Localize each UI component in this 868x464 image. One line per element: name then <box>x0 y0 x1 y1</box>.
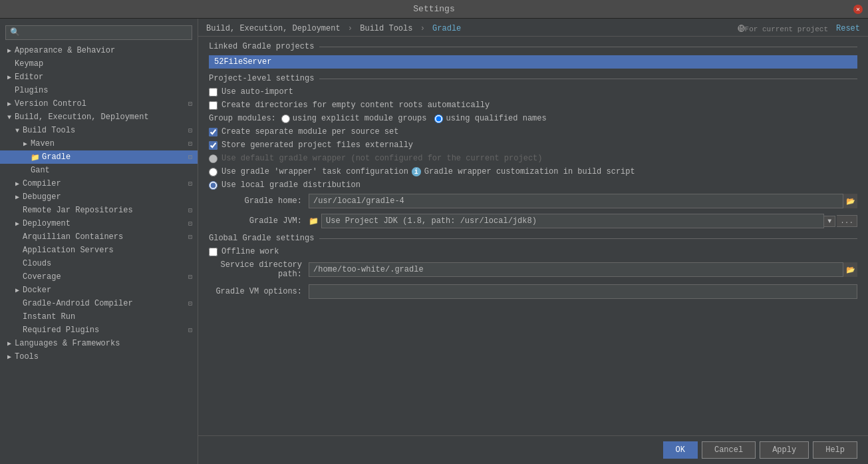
sidebar-item-gradle-android[interactable]: Gradle-Android Compiler ⊡ <box>0 297 198 310</box>
ext-icon: ⊡ <box>188 140 192 148</box>
ok-button[interactable]: OK <box>663 441 698 459</box>
service-dir-browse-button[interactable]: 📂 <box>843 262 857 277</box>
expand-icon: ▶ <box>13 193 21 201</box>
sidebar-item-languages-frameworks[interactable]: ▶ Languages & Frameworks <box>0 337 198 350</box>
sidebar-item-label: Debugger <box>23 192 61 202</box>
group-modules-explicit-option: using explicit module groups <box>281 114 427 123</box>
sidebar-item-compiler[interactable]: ▶ Compiler ⊡ <box>0 177 198 190</box>
sidebar-item-plugins[interactable]: Plugins <box>0 84 198 97</box>
ext-icon: ⊡ <box>188 126 192 134</box>
gradle-jvm-label: Gradle JVM: <box>209 216 302 226</box>
sidebar-item-docker[interactable]: ▶ Docker <box>0 284 198 297</box>
use-wrapper-task-row: Use gradle 'wrapper' task configuration … <box>209 167 857 176</box>
vm-options-input-wrapper <box>309 284 857 299</box>
sidebar-item-label: Application Servers <box>23 246 114 255</box>
sidebar-item-clouds[interactable]: Clouds <box>0 257 198 270</box>
jvm-dropdown-button[interactable]: ▼ <box>824 216 835 227</box>
sidebar-item-label: Docker <box>23 286 51 295</box>
expand-icon: ▶ <box>5 100 13 108</box>
project-list-item[interactable]: 52FileServer <box>209 55 857 69</box>
sidebar-item-version-control[interactable]: ▶ Version Control ⊡ <box>0 97 198 111</box>
gradle-jvm-row: Gradle JVM: 📁 Use Project JDK (1.8, path… <box>209 214 857 228</box>
expand-icon <box>13 314 21 321</box>
sidebar-item-label: Gradle <box>42 152 71 162</box>
content-area: Build, Execution, Deployment › Build Too… <box>198 19 868 464</box>
search-input[interactable] <box>5 25 192 40</box>
help-button[interactable]: Help <box>813 441 857 459</box>
global-section-title: Global Gradle settings <box>209 234 314 243</box>
wrapper-task-radio[interactable] <box>209 168 217 176</box>
jvm-more-button[interactable]: ... <box>837 215 857 227</box>
gradle-jvm-select[interactable]: Use Project JDK (1.8, path: /usr/local/j… <box>321 214 824 228</box>
sidebar-item-label: Deployment <box>23 219 71 228</box>
sidebar-item-label: Remote Jar Repositories <box>23 206 133 215</box>
sidebar-item-remote-jar[interactable]: Remote Jar Repositories ⊡ <box>0 204 198 217</box>
gradle-jvm-select-wrapper: 📁 Use Project JDK (1.8, path: /usr/local… <box>309 214 857 228</box>
expand-icon: ▼ <box>13 127 21 134</box>
service-dir-label: Service directory path: <box>209 260 302 279</box>
use-auto-import-row: Use auto-import <box>209 87 857 97</box>
sidebar-item-coverage[interactable]: Coverage ⊡ <box>0 270 198 284</box>
sidebar-item-debugger[interactable]: ▶ Debugger <box>0 190 198 204</box>
sidebar-item-arquillian[interactable]: Arquillian Containers ⊡ <box>0 230 198 244</box>
expand-icon <box>5 61 13 68</box>
sidebar-item-gant[interactable]: Gant <box>0 164 198 177</box>
create-separate-checkbox[interactable] <box>209 128 217 136</box>
close-button[interactable]: ✕ <box>853 5 863 14</box>
service-dir-input[interactable] <box>309 262 857 277</box>
offline-work-checkbox[interactable] <box>209 248 217 256</box>
sidebar-item-label: Plugins <box>15 86 48 95</box>
use-local-label: Use local gradle distribution <box>221 180 361 190</box>
create-dirs-checkbox[interactable] <box>209 101 217 110</box>
folder-icon: 📁 <box>31 153 40 162</box>
sidebar-item-label: Build, Execution, Deployment <box>15 113 149 122</box>
breadcrumb-sep1: › <box>348 24 353 33</box>
sidebar-item-gradle[interactable]: 📁 Gradle ⊡ <box>0 150 198 164</box>
sidebar-item-required-plugins[interactable]: Required Plugins ⊡ <box>0 324 198 337</box>
store-generated-checkbox[interactable] <box>209 141 217 150</box>
expand-icon <box>13 234 21 241</box>
expand-icon: ▼ <box>5 114 13 121</box>
gradle-home-browse-button[interactable]: 📂 <box>843 194 857 208</box>
sidebar-item-label: Tools <box>15 352 39 361</box>
sidebar-item-build-tools[interactable]: ▼ Build Tools ⊡ <box>0 124 198 137</box>
cancel-button[interactable]: Cancel <box>702 441 756 459</box>
service-dir-row: Service directory path: 📂 <box>209 260 857 279</box>
sidebar-item-instant-run[interactable]: Instant Run <box>0 310 198 324</box>
group-qualified-radio[interactable] <box>434 115 443 123</box>
vm-options-input[interactable] <box>309 284 857 299</box>
breadcrumb-current: Gradle <box>432 24 461 33</box>
use-auto-import-checkbox[interactable] <box>209 88 217 97</box>
gradle-home-label: Gradle home: <box>209 196 302 206</box>
sidebar-item-tools[interactable]: ▶ Tools <box>0 350 198 363</box>
default-wrapper-radio[interactable] <box>209 154 217 163</box>
sidebar-item-keymap[interactable]: Keymap <box>0 57 198 71</box>
sidebar-item-label: Instant Run <box>23 312 75 322</box>
group-explicit-radio[interactable] <box>281 115 290 123</box>
use-local-radio[interactable] <box>209 181 217 190</box>
ext-icon: ⊡ <box>188 180 192 188</box>
sidebar-item-deployment[interactable]: ▶ Deployment ⊡ <box>0 217 198 230</box>
gradle-home-input[interactable] <box>309 194 857 208</box>
expand-icon <box>5 87 13 95</box>
expand-icon: ▶ <box>5 353 13 361</box>
sidebar-item-appearance[interactable]: ▶ Appearance & Behavior <box>0 44 198 57</box>
expand-icon <box>21 167 29 174</box>
sidebar-item-label: Maven <box>31 139 55 148</box>
expand-icon: ▶ <box>13 220 21 228</box>
expand-icon: ▶ <box>21 140 29 148</box>
sidebar-item-label: Required Plugins <box>23 326 99 335</box>
reset-button[interactable]: Reset <box>836 24 860 33</box>
sidebar-item-build-execution[interactable]: ▼ Build, Execution, Deployment <box>0 111 198 124</box>
sidebar-item-editor[interactable]: ▶ Editor <box>0 71 198 84</box>
ext-icon: ⊡ <box>188 273 192 281</box>
sidebar-item-app-servers[interactable]: Application Servers <box>0 244 198 257</box>
create-dirs-label: Create directories for empty content roo… <box>221 101 490 110</box>
expand-icon: ▶ <box>13 180 21 188</box>
sidebar-item-maven[interactable]: ▶ Maven ⊡ <box>0 137 198 150</box>
sidebar-item-label: Appearance & Behavior <box>15 46 115 55</box>
create-separate-label: Create separate module per source set <box>221 127 398 136</box>
use-auto-import-label: Use auto-import <box>221 87 293 97</box>
apply-button[interactable]: Apply <box>760 441 809 459</box>
for-current-project-label: ⓯For current project <box>738 25 828 33</box>
